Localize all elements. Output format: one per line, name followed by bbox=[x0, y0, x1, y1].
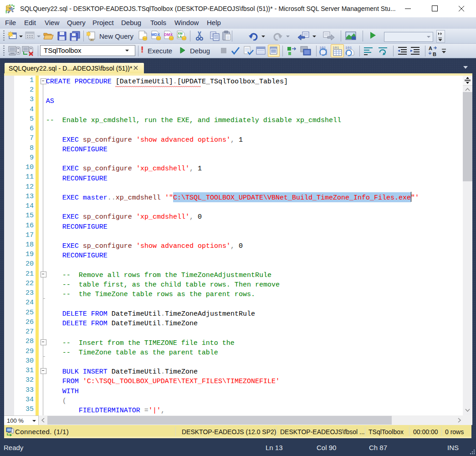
svg-text:LA: LA bbox=[178, 35, 182, 38]
svg-text:A: A bbox=[429, 46, 432, 51]
svg-text:101: 101 bbox=[345, 46, 352, 50]
svg-text:B: B bbox=[433, 51, 436, 57]
svg-text:101: 101 bbox=[333, 46, 339, 50]
svg-text:XM: XM bbox=[178, 32, 183, 35]
